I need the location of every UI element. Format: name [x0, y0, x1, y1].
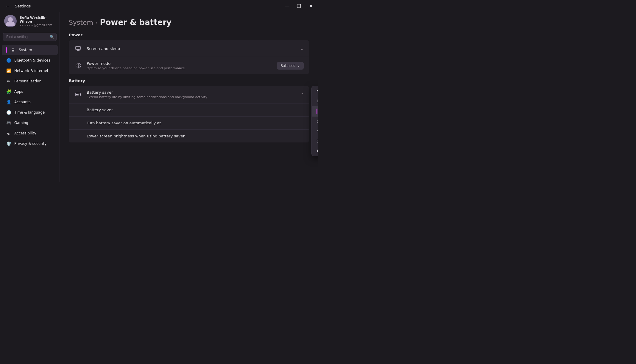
sidebar-item-personalization[interactable]: ✏️ Personalization — [2, 76, 58, 86]
sidebar-item-bluetooth[interactable]: 🔵 Bluetooth & devices — [2, 55, 58, 65]
bluetooth-icon: 🔵 — [6, 58, 11, 63]
dropdown-item-label: 40% — [317, 129, 318, 134]
power-mode-control: Balanced ⌄ — [277, 62, 304, 70]
settings-window: ← Settings — ❐ ✕ Sofia Wyciślik-Wilson •… — [0, 0, 318, 182]
power-mode-text: Power mode Optimize your device based on… — [87, 61, 273, 70]
sidebar-item-label: Apps — [14, 90, 23, 94]
turn-on-auto-title: Turn battery saver on automatically at — [87, 121, 304, 125]
screen-sleep-control: ⌄ — [300, 46, 304, 51]
battery-saver-title: Battery saver — [87, 90, 297, 95]
dropdown-item-50pct[interactable]: 50% — [312, 136, 318, 146]
sidebar-item-accounts[interactable]: 👤 Accounts — [2, 97, 58, 107]
active-indicator — [6, 47, 7, 53]
sidebar-item-gaming[interactable]: 🎮 Gaming — [2, 118, 58, 128]
system-icon: 🖥 — [10, 47, 16, 53]
battery-saver-toggle-title: Battery saver — [87, 108, 304, 112]
sidebar-item-system[interactable]: 🖥 System — [2, 45, 58, 55]
dropdown-item-20pct[interactable]: 20% — [312, 106, 318, 117]
battery-saver-control: ⌃ — [301, 92, 304, 97]
time-icon: 🕐 — [6, 110, 11, 115]
sidebar-item-label: Bluetooth & devices — [14, 58, 50, 62]
sidebar-item-label: Privacy & security — [14, 142, 46, 146]
dropdown-item-label: 10% — [317, 99, 318, 103]
sidebar-item-time[interactable]: 🕐 Time & language — [2, 107, 58, 117]
power-mode-title: Power mode — [87, 61, 273, 66]
minimize-button[interactable]: — — [283, 2, 291, 10]
screen-sleep-row[interactable]: Screen and sleep ⌄ — [69, 40, 309, 57]
avatar-image — [4, 15, 17, 27]
dropdown-item-label: 30% — [317, 119, 318, 124]
battery-dropdown-popup: Never 10% 20% 30% 40% — [311, 86, 318, 156]
svg-rect-6 — [76, 94, 78, 95]
network-icon: 📶 — [6, 68, 11, 73]
chevron-up-icon: ⌃ — [301, 92, 304, 97]
screen-sleep-title: Screen and sleep — [87, 46, 296, 51]
sidebar-item-privacy[interactable]: 🛡️ Privacy & security — [2, 139, 58, 149]
dropdown-item-always[interactable]: Always — [312, 146, 318, 156]
titlebar: ← Settings — ❐ ✕ — [0, 0, 318, 12]
main-content: Sofia Wyciślik-Wilson ••••••••@gmail.com… — [0, 12, 318, 182]
titlebar-controls: — ❐ ✕ — [283, 2, 314, 10]
dropdown-item-never[interactable]: Never — [312, 86, 318, 96]
dropdown-item-10pct[interactable]: 10% — [312, 96, 318, 106]
gaming-icon: 🎮 — [6, 120, 11, 125]
power-mode-row[interactable]: Power mode Optimize your device based on… — [69, 57, 309, 74]
svg-rect-0 — [76, 46, 80, 50]
sidebar-item-apps[interactable]: 🧩 Apps — [2, 87, 58, 97]
breadcrumb: System › Power & battery — [69, 18, 309, 27]
screen-sleep-text: Screen and sleep — [87, 46, 296, 51]
sidebar-item-accessibility[interactable]: ♿ Accessibility — [2, 128, 58, 138]
sidebar-item-network[interactable]: 📶 Network & internet — [2, 66, 58, 76]
battery-saver-icon — [74, 90, 82, 99]
lower-brightness-text: Lower screen brightness when using batte… — [74, 134, 304, 138]
back-button[interactable]: ← — [4, 2, 12, 10]
accessibility-icon: ♿ — [6, 131, 11, 136]
sidebar-item-label: Time & language — [14, 110, 45, 114]
battery-saver-toggle-row[interactable]: Battery saver — [69, 103, 309, 117]
right-panel: System › Power & battery Power — [60, 12, 318, 182]
dropdown-item-label: Never — [317, 89, 318, 93]
sidebar-item-label: System — [19, 48, 32, 52]
maximize-button[interactable]: ❐ — [295, 2, 303, 10]
breadcrumb-parent: System — [69, 19, 93, 26]
power-mode-icon — [74, 62, 82, 70]
power-mode-dropdown[interactable]: Balanced ⌄ — [277, 62, 304, 70]
battery-saver-subtitle: Extend battery life by limiting some not… — [87, 95, 297, 99]
sidebar-item-label: Gaming — [14, 121, 28, 125]
lower-brightness-row[interactable]: Lower screen brightness when using batte… — [69, 130, 309, 142]
search-box: 🔍 — [3, 33, 57, 41]
svg-rect-5 — [80, 94, 81, 95]
lower-brightness-title: Lower screen brightness when using batte… — [87, 134, 304, 138]
personalization-icon: ✏️ — [6, 79, 11, 84]
accounts-icon: 👤 — [6, 99, 11, 105]
power-mode-subtitle: Optimize your device based on power use … — [87, 66, 273, 70]
search-input[interactable] — [3, 33, 57, 41]
dropdown-item-30pct[interactable]: 30% — [312, 117, 318, 126]
battery-section-title: Battery — [69, 79, 309, 83]
nav-list: 🖥 System 🔵 Bluetooth & devices 📶 Network… — [0, 43, 60, 150]
user-email: ••••••••@gmail.com — [20, 23, 55, 27]
search-icon: 🔍 — [50, 35, 54, 39]
battery-saver-toggle-text: Battery saver — [74, 108, 304, 112]
sidebar-item-label: Network & internet — [14, 69, 49, 73]
dropdown-item-label: 50% — [317, 139, 318, 143]
apps-icon: 🧩 — [6, 89, 11, 94]
power-section-title: Power — [69, 33, 309, 37]
user-info: Sofia Wyciślik-Wilson ••••••••@gmail.com — [20, 16, 55, 27]
user-name: Sofia Wyciślik-Wilson — [20, 16, 55, 23]
dropdown-value: Balanced — [280, 64, 295, 68]
sidebar-item-label: Accounts — [14, 100, 31, 104]
breadcrumb-current: Power & battery — [100, 18, 172, 27]
battery-settings-group: Battery saver Extend battery life by lim… — [69, 86, 309, 142]
user-profile[interactable]: Sofia Wyciślik-Wilson ••••••••@gmail.com — [0, 12, 60, 30]
sidebar-item-label: Accessibility — [14, 131, 36, 135]
close-button[interactable]: ✕ — [307, 2, 314, 10]
battery-saver-row[interactable]: Battery saver Extend battery life by lim… — [69, 86, 309, 103]
dropdown-item-label: Always — [317, 149, 318, 153]
window-title: Settings — [15, 4, 31, 8]
power-settings-group: Screen and sleep ⌄ Power mo — [69, 40, 309, 74]
turn-on-auto-row[interactable]: Turn battery saver on automatically at — [69, 117, 309, 130]
battery-saver-text: Battery saver Extend battery life by lim… — [87, 90, 297, 99]
sidebar: Sofia Wyciślik-Wilson ••••••••@gmail.com… — [0, 12, 60, 182]
dropdown-item-40pct[interactable]: 40% — [312, 126, 318, 136]
